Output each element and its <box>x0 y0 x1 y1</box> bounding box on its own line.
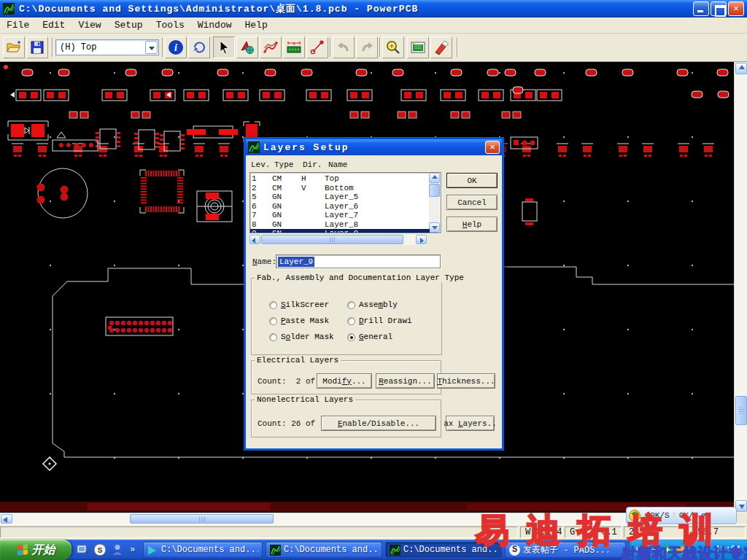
scroll-down-button[interactable] <box>735 500 747 512</box>
layer-combo[interactable]: (H) Top <box>55 39 159 55</box>
eraser-tool-button[interactable] <box>430 36 452 58</box>
info-icon: i <box>168 39 184 55</box>
origin-marker <box>43 457 56 470</box>
zoom-tool-button[interactable] <box>382 36 404 58</box>
jumper-tool-button[interactable] <box>306 36 328 58</box>
radio-assembly[interactable]: Assembly <box>347 300 398 309</box>
electrical-count-label: Count: 2 of <box>258 377 315 386</box>
list-scroll-up-button[interactable] <box>429 173 440 183</box>
dialog-close-button[interactable]: ✕ <box>485 141 500 154</box>
select-tool-button[interactable] <box>213 36 235 58</box>
cancel-button[interactable]: Cancel <box>446 195 498 210</box>
menu-bar: FileEditViewSetupToolsWindowHelp <box>0 18 747 34</box>
app-icon <box>3 3 15 15</box>
dimension-tool-button[interactable]: x <box>283 36 305 58</box>
ok-button[interactable]: OK <box>446 173 498 188</box>
reassign--button[interactable]: Reassign... <box>376 373 435 389</box>
route-icon <box>239 39 255 55</box>
menu-tools[interactable]: Tools <box>150 18 191 32</box>
menu-view[interactable]: View <box>71 18 107 32</box>
layer-list[interactable]: 1CMHTop2CMVBottom5GNLayer_56GNLayer_67GN… <box>249 172 441 233</box>
redo-button[interactable] <box>356 36 378 58</box>
radio-icon[interactable] <box>269 301 277 309</box>
radio-drill-drawi[interactable]: Drill Drawi <box>347 316 412 325</box>
board-view-button[interactable] <box>407 36 429 58</box>
layer-row-7[interactable]: 7GNLayer_7 <box>250 211 430 220</box>
list-hscroll-thumb[interactable] <box>261 235 403 244</box>
radio-icon[interactable] <box>269 317 277 325</box>
list-scroll-thumb[interactable] <box>429 184 440 197</box>
list-header: Dir. <box>303 160 322 169</box>
scroll-left-button[interactable] <box>1 514 12 524</box>
messenger-icon[interactable] <box>111 543 124 556</box>
list-scroll-right-button[interactable] <box>416 235 427 244</box>
ax-layers--button[interactable]: ax Layers.. <box>446 416 495 431</box>
taskbar-window-1[interactable]: C:\Documents and... <box>143 542 263 558</box>
vertical-scroll-thumb[interactable] <box>735 396 747 425</box>
layer-list-scrollbar[interactable] <box>429 173 441 233</box>
minimize-button[interactable] <box>693 1 709 16</box>
layer-list-hscrollbar[interactable] <box>249 235 427 245</box>
menu-setup[interactable]: Setup <box>108 18 150 32</box>
fab-group-title: Fab., Assembly and Documentation Layer T… <box>255 273 466 282</box>
menu-help[interactable]: Help <box>239 18 274 32</box>
open-button[interactable] <box>3 36 25 58</box>
trimmer-footprint <box>197 191 232 222</box>
pads-icon <box>270 545 281 556</box>
oval-pad <box>513 87 523 93</box>
menu-window[interactable]: Window <box>191 18 239 32</box>
radio-icon[interactable] <box>347 333 355 341</box>
redraw-button[interactable] <box>188 36 210 58</box>
cyan-arrow-icon <box>147 545 158 556</box>
radio-icon[interactable] <box>347 317 355 325</box>
maximize-button[interactable] <box>711 1 727 16</box>
layer-name-input[interactable]: Layer_9 <box>276 254 441 268</box>
quick-launch: S » <box>76 540 135 560</box>
taskbar-window-2[interactable]: C:\Documents and... <box>266 542 382 558</box>
route-tool-button[interactable] <box>236 36 258 58</box>
thickness--button[interactable]: Thickness... <box>437 373 495 389</box>
canvas-vertical-scrollbar[interactable] <box>734 62 747 513</box>
radio-solder-mask[interactable]: Solder Mask <box>269 332 334 341</box>
layer-row-9[interactable]: 9GNLayer_9 <box>250 229 430 233</box>
taskbar-window-label: C:\Documents and... <box>161 545 258 555</box>
right-square-footprint <box>522 198 537 225</box>
undo-icon <box>336 39 352 55</box>
radio-silkscreer[interactable]: SilkScreer <box>269 300 329 309</box>
pads-icon <box>390 545 400 556</box>
menu-file[interactable]: File <box>0 18 36 32</box>
traces-tool-button[interactable] <box>260 36 282 58</box>
close-button[interactable]: ✕ <box>728 1 744 16</box>
radio-icon[interactable] <box>269 333 277 341</box>
browser-s-icon[interactable]: S <box>93 543 107 556</box>
modify--button[interactable]: Modify... <box>317 373 372 389</box>
dialog-title-bar[interactable]: Layers Setup ✕ <box>246 139 502 155</box>
radio-icon[interactable] <box>347 301 355 309</box>
combo-dropdown-icon[interactable] <box>145 41 158 54</box>
list-header: Lev. <box>251 160 270 169</box>
undo-button[interactable] <box>333 36 355 58</box>
info-button[interactable]: i <box>165 36 187 58</box>
list-scroll-down-button[interactable] <box>429 222 440 233</box>
quicklaunch-chevron-icon[interactable]: » <box>130 545 135 555</box>
layer-row-8[interactable]: 8GNLayer_8 <box>250 220 430 230</box>
pcb-origin-dot <box>4 65 8 69</box>
start-button[interactable]: 开始 <box>0 540 71 560</box>
horizontal-scroll-thumb[interactable] <box>130 514 274 524</box>
show-desktop-icon[interactable] <box>76 543 89 556</box>
scroll-up-button[interactable] <box>735 63 747 74</box>
radio-general[interactable]: General <box>347 332 392 341</box>
list-scroll-left-button[interactable] <box>249 235 260 244</box>
help-button[interactable]: Help <box>446 217 498 232</box>
electrical-group-title: Electrical Layers <box>255 356 341 365</box>
radio-paste-mask[interactable]: Paste Mask <box>269 316 329 325</box>
save-button[interactable] <box>26 36 48 58</box>
menu-edit[interactable]: Edit <box>36 18 71 32</box>
watermark-tagline: 射频和天线设计专家 <box>622 544 747 560</box>
enable-disable--button[interactable]: Enable/Disable... <box>321 416 436 431</box>
layer-row-5[interactable]: 5GNLayer_5 <box>250 192 430 202</box>
layer-row-6[interactable]: 6GNLayer_6 <box>250 202 430 211</box>
layer-row-1[interactable]: 1CMHTop <box>250 174 430 184</box>
magnifier-icon <box>385 39 401 55</box>
layer-row-2[interactable]: 2CMVBottom <box>250 184 430 193</box>
